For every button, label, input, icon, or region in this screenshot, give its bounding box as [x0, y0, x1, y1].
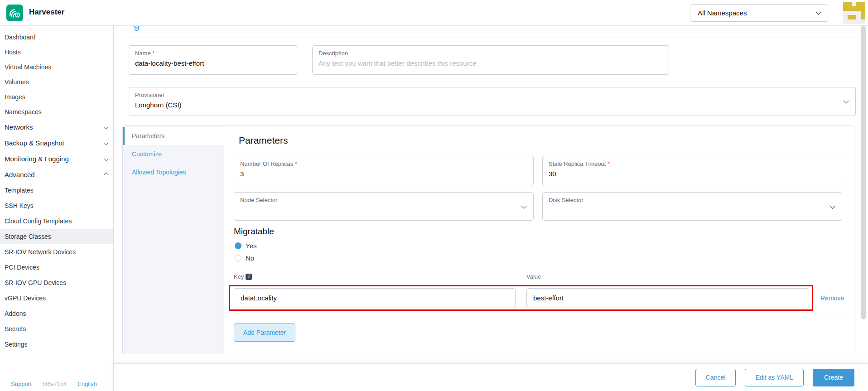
tab-parameters[interactable]: Parameters [123, 127, 224, 145]
divider [129, 38, 856, 38]
sidebar-item-volumes[interactable]: Volumes [0, 74, 113, 89]
tabbed-section: Parameters Customize Allowed Topologies … [122, 126, 854, 354]
cancel-button[interactable]: Cancel [695, 369, 736, 386]
sidebar-item-label: Backup & Snapshot [5, 139, 64, 147]
sidebar-item-images[interactable]: Images [0, 89, 113, 104]
tab-allowed-topologies[interactable]: Allowed Topologies [123, 163, 224, 181]
sidebar-item-namespaces[interactable]: Namespaces [0, 104, 113, 119]
avatar-pixel [848, 2, 852, 6]
sidebar-item-networks[interactable]: Networks [0, 119, 113, 135]
sidebar-item-cloud-config-templates[interactable]: Cloud Config Templates [0, 213, 113, 229]
avatar-pixel [856, 11, 861, 15]
footer-action-bar: Cancel Edit as YAML Create [114, 363, 868, 391]
tab-customize[interactable]: Customize [123, 145, 224, 163]
sidebar-item-ssh-keys[interactable]: SSH Keys [0, 198, 113, 213]
radio-unselected-icon[interactable] [235, 255, 241, 261]
sidebar-item-settings[interactable]: Settings [0, 337, 113, 352]
replicas-field[interactable]: Number Of Replicas * [234, 156, 534, 185]
avatar-pixel [843, 2, 848, 6]
parameters-row-1: Number Of Replicas * Stale Replica Timeo… [234, 156, 842, 185]
sidebar-item-templates[interactable]: Templates [0, 183, 113, 198]
sidebar-item-sriov-network-devices[interactable]: SR-IOV Network Devices [0, 244, 113, 260]
avatar-pixel [861, 15, 865, 19]
namespace-selector-value: All Namespaces [698, 9, 747, 17]
stale-replica-timeout-field[interactable]: Stale Replica Timeout * [542, 156, 842, 185]
avatar-pixel [852, 15, 857, 19]
radio-label: No [246, 254, 254, 262]
description-label: Description [318, 50, 663, 57]
avatar-pixel [856, 19, 861, 24]
avatar-pixel [843, 19, 848, 24]
name-input[interactable] [135, 57, 291, 67]
sidebar-footer: Support bf6e71c4 English [0, 381, 114, 387]
sidebar-item-label: Advanced [5, 171, 35, 179]
name-field[interactable]: Name * [129, 45, 297, 75]
avatar-pixel [843, 11, 848, 15]
replicas-label: Number Of Replicas * [240, 160, 527, 168]
chevron-down-icon [104, 125, 109, 130]
disk-selector-select[interactable]: Disk Selector [542, 192, 842, 221]
vertical-scrollbar-thumb[interactable] [861, 26, 866, 319]
description-input[interactable] [318, 57, 663, 67]
sidebar-item-vgpu-devices[interactable]: vGPU Devices [0, 290, 113, 306]
avatar-pixel [843, 15, 848, 19]
provisioner-select[interactable]: Provisioner Longhorn (CSI) [129, 87, 856, 116]
provisioner-value: Longhorn (CSI) [135, 99, 849, 109]
radio-selected-icon[interactable] [235, 242, 241, 249]
migratable-option-yes[interactable]: Yes [235, 242, 256, 250]
sidebar-item-virtual-machines[interactable]: Virtual Machines [0, 59, 113, 74]
sidebar-item-secrets[interactable]: Secrets [0, 321, 113, 337]
node-selector-label: Node Selector [240, 197, 527, 204]
sidebar-item-backup-snapshot[interactable]: Backup & Snapshot [0, 135, 113, 151]
description-field[interactable]: Description [312, 45, 669, 75]
add-parameter-button[interactable]: Add Parameter [234, 323, 295, 342]
sidebar-item-storage-classes[interactable]: Storage Classes [0, 229, 113, 244]
avatar-pixel [861, 6, 865, 11]
chevron-up-icon [104, 173, 109, 177]
sidebar-item-label: Networks [5, 123, 33, 131]
avatar-pixel [861, 19, 865, 24]
sidebar-item-addons[interactable]: Addons [0, 306, 113, 321]
sidebar-nav: Dashboard Hosts Virtual Machines Volumes… [0, 26, 113, 352]
namespace-selector[interactable]: All Namespaces [690, 4, 828, 22]
stale-replica-timeout-input[interactable] [549, 168, 836, 178]
user-avatar[interactable] [843, 2, 865, 24]
avatar-pixel [852, 2, 857, 6]
avatar-pixel [856, 6, 861, 11]
language-link[interactable]: English [77, 381, 97, 387]
create-button[interactable]: Create [813, 369, 854, 386]
stale-replica-timeout-label: Stale Replica Timeout * [549, 160, 836, 168]
sidebar-item-label: Monitoring & Logging [5, 155, 69, 163]
sidebar-item-advanced[interactable]: Advanced [0, 167, 113, 183]
tab-list: Parameters Customize Allowed Topologies [123, 126, 224, 354]
chevron-down-icon [816, 10, 821, 14]
name-label: Name * [135, 50, 291, 57]
avatar-pixel [856, 2, 861, 6]
node-selector-select[interactable]: Node Selector [234, 192, 534, 221]
required-asterisk: * [295, 160, 297, 167]
avatar-pixel [848, 19, 852, 24]
sidebar-item-sriov-gpu-devices[interactable]: SR-IOV GPU Devices [0, 275, 113, 290]
app-header: Harvester All Namespaces [0, 0, 868, 26]
avatar-pixel [856, 15, 861, 19]
disk-selector-label: Disk Selector [549, 197, 836, 204]
sidebar-item-hosts[interactable]: Hosts [0, 44, 113, 59]
sidebar-item-pci-devices[interactable]: PCI Devices [0, 260, 113, 275]
chevron-down-icon [104, 157, 109, 161]
info-icon: i [246, 274, 252, 280]
sidebar-item-monitoring-logging[interactable]: Monitoring & Logging [0, 151, 113, 167]
support-link[interactable]: Support [11, 381, 32, 387]
sidebar-item-dashboard[interactable]: Dashboard [0, 29, 113, 44]
provisioner-label: Provisioner [135, 92, 849, 99]
migratable-heading: Migratable [234, 227, 274, 237]
edit-as-yaml-button[interactable]: Edit as YAML [745, 369, 804, 386]
replicas-input[interactable] [240, 168, 527, 178]
annotation-highlight-box [229, 285, 813, 311]
migratable-option-no[interactable]: No [235, 254, 254, 262]
parameters-heading: Parameters [239, 135, 288, 146]
version-label: bf6e71c4 [43, 381, 67, 387]
parameter-value-input[interactable] [526, 288, 809, 308]
parameter-key-input[interactable] [234, 288, 516, 308]
remove-parameter-link[interactable]: Remove [820, 294, 844, 302]
harvester-logo[interactable] [6, 5, 23, 21]
